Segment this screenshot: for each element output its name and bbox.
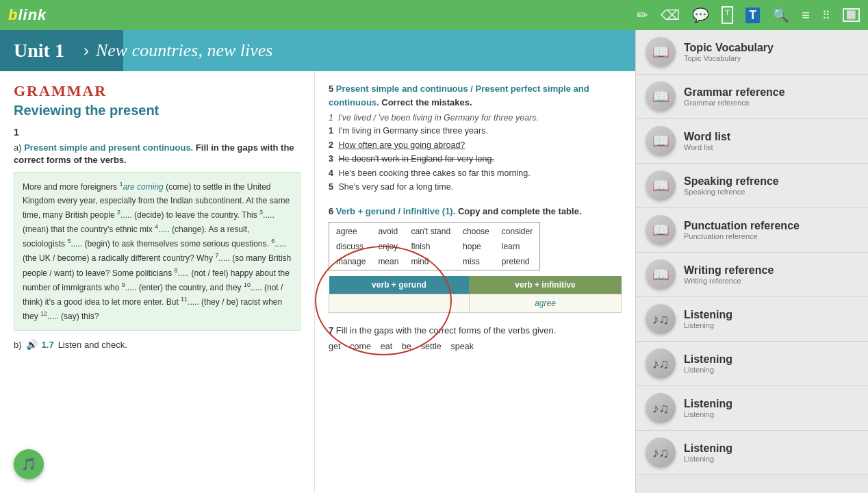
pencil-icon[interactable]: ✏ <box>637 7 648 23</box>
sentence-4: 4 He's been cooking three cakes so far t… <box>329 168 622 180</box>
sidebar-punctuation-reference-text: Punctuation reference Punctuation refere… <box>684 220 800 240</box>
unit-title: New countries, new lives <box>96 40 273 61</box>
sidebar-sub-label: Listening <box>684 410 732 418</box>
sidebar-item-listening-4[interactable]: ♪♫ Listening Listening <box>636 431 868 475</box>
menu-icon[interactable]: ≡ <box>802 8 810 23</box>
sidebar-listening-2-text: Listening Listening <box>684 353 732 374</box>
sentence-1: 1 I'm living in Germany since three year… <box>329 125 622 138</box>
float-music-button[interactable]: 🎵 <box>14 449 44 479</box>
exercise-5-example: 1 I've lived / 've been living in German… <box>329 113 622 123</box>
sentence-3: 3 He doesn't work in England for very lo… <box>329 153 622 166</box>
sidebar-word-list-text: Word list Word list <box>684 131 730 151</box>
page-content: Grammar Reviewing the present 1 a) Prese… <box>0 71 635 493</box>
writing-reference-icon: 📖 <box>646 260 676 290</box>
sidebar-main-label: Listening <box>684 398 732 410</box>
main-content: Unit 1 › New countries, new lives Gramma… <box>0 30 868 493</box>
exercise-1-number: 1 <box>14 127 301 138</box>
speaker-icon[interactable]: 🔊 <box>26 339 38 350</box>
search-icon[interactable]: 🔍 <box>772 7 789 23</box>
reviewing-heading: Reviewing the present <box>14 103 301 118</box>
toolbar-icons: ✏ ⌫ 💬 ᵀ T 🔍 ≡ ⠿ ⬜ <box>637 6 860 24</box>
sidebar-item-writing-reference[interactable]: 📖 Writing reference Writing reference <box>636 253 868 297</box>
text-outline-icon[interactable]: ᵀ <box>722 6 733 24</box>
sidebar-sub-label: Grammar reference <box>684 99 785 107</box>
eraser-icon[interactable]: ⌫ <box>661 7 680 23</box>
exercise-7-header: 7 Fill in the gaps with the correct form… <box>329 324 622 338</box>
sidebar-main-label: Grammar reference <box>684 86 785 99</box>
sidebar-topic-vocabulary-text: Topic Vocabulary Topic Vocabulary <box>684 42 774 62</box>
sidebar-sub-label: Punctuation reference <box>684 232 800 240</box>
sidebar-item-listening-1[interactable]: ♪♫ Listening Listening <box>636 297 868 342</box>
sentence-2: 2 How often are you going abroad? <box>329 140 622 152</box>
exercise-1a-text: More and more foreigners 1are coming (co… <box>14 172 301 331</box>
exercise-7-words: get come eat be settle speak <box>329 342 622 351</box>
right-column: 5 Present simple and continuous / Presen… <box>315 71 635 493</box>
exercise-1b-label: b) 🔊 1.7 Listen and check. <box>14 339 301 350</box>
exercise-1a-label: a) Present simple and present continuous… <box>14 142 301 166</box>
sidebar-item-word-list[interactable]: 📖 Word list Word list <box>636 119 868 164</box>
unit-header: Unit 1 › New countries, new lives <box>0 30 635 71</box>
infinitive-header: verb + infinitive <box>469 276 621 294</box>
gerund-header: verb + gerund <box>329 276 470 294</box>
topic-vocabulary-icon: 📖 <box>646 37 676 67</box>
sidebar-item-listening-2[interactable]: ♪♫ Listening Listening <box>636 342 868 386</box>
listening-2-icon: ♪♫ <box>646 349 676 379</box>
exercise-6-header: 6 Verb + gerund / infinitive (1). Copy a… <box>329 205 622 218</box>
sidebar-listening-1-text: Listening Listening <box>684 309 732 329</box>
word-list-table: agreeavoidcan't standchooseconsider disc… <box>329 222 540 270</box>
infinitive-cell: agree <box>469 294 621 313</box>
sidebar-writing-reference-text: Writing reference Writing reference <box>684 264 774 285</box>
music-note-icon: 🎵 <box>21 457 36 472</box>
unit-label: Unit 1 <box>14 40 74 62</box>
exercise-6: 6 Verb + gerund / infinitive (1). Copy a… <box>329 205 622 314</box>
sidebar-main-label: Speaking refrence <box>684 175 779 188</box>
exercise-5-header: 5 Present simple and continuous / Presen… <box>329 82 622 109</box>
sidebar-main-label: Writing reference <box>684 264 774 277</box>
sentence-5: 5 She's very sad for a long time. <box>329 181 622 194</box>
listening-4-icon: ♪♫ <box>646 438 676 468</box>
sidebar-main-label: Listening <box>684 442 732 455</box>
speaking-reference-icon: 📖 <box>646 170 676 201</box>
listening-3-icon: ♪♫ <box>646 393 676 423</box>
sidebar-sub-label: Word list <box>684 143 730 151</box>
sidebar-sub-label: Listening <box>684 321 732 329</box>
sidebar-item-grammar-reference[interactable]: 📖 Grammar reference Grammar reference <box>636 75 868 119</box>
grammar-heading: Grammar <box>14 82 301 100</box>
exercise-7: 7 Fill in the gaps with the correct form… <box>329 324 622 351</box>
grid-icon[interactable]: ⠿ <box>822 9 830 22</box>
sidebar-item-punctuation-reference[interactable]: 📖 Punctuation reference Punctuation refe… <box>636 208 868 253</box>
sidebar-main-label: Word list <box>684 131 730 143</box>
sidebar-main-label: Listening <box>684 353 732 366</box>
sidebar-listening-4-text: Listening Listening <box>684 442 732 463</box>
word-list-icon: 📖 <box>646 126 676 156</box>
gerund-cell <box>329 294 470 313</box>
sidebar-main-label: Listening <box>684 309 732 321</box>
sidebar-sub-label: Writing reference <box>684 277 774 285</box>
sidebar-sub-label: Listening <box>684 455 732 463</box>
sidebar-sub-label: Listening <box>684 366 732 374</box>
listening-1-icon: ♪♫ <box>646 304 676 334</box>
left-column: Grammar Reviewing the present 1 a) Prese… <box>0 71 315 493</box>
grammar-reference-icon: 📖 <box>646 81 676 112</box>
sidebar-main-label: Topic Vocabulary <box>684 42 774 54</box>
comment-icon[interactable]: 💬 <box>692 7 709 23</box>
punctuation-reference-icon: 📖 <box>646 215 676 245</box>
app-logo[interactable]: blink <box>8 6 47 24</box>
sidebar-item-topic-vocabulary[interactable]: 📖 Topic Vocabulary Topic Vocabulary <box>636 30 868 75</box>
topbar: blink ✏ ⌫ 💬 ᵀ T 🔍 ≡ ⠿ ⬜ <box>0 0 868 30</box>
exercise-1: 1 a) Present simple and present continuo… <box>14 127 301 350</box>
sidebar-listening-3-text: Listening Listening <box>684 398 732 418</box>
sidebar: 📖 Topic Vocabulary Topic Vocabulary 📖 Gr… <box>635 30 868 493</box>
exercise-5: 5 Present simple and continuous / Presen… <box>329 82 622 194</box>
sidebar-grammar-reference-text: Grammar reference Grammar reference <box>684 86 785 107</box>
content-area: Unit 1 › New countries, new lives Gramma… <box>0 30 635 493</box>
fullscreen-icon[interactable]: ⬜ <box>843 8 860 22</box>
sidebar-speaking-reference-text: Speaking refrence Speaking refrence <box>684 175 779 196</box>
text-filled-icon[interactable]: T <box>745 8 760 23</box>
sidebar-item-speaking-reference[interactable]: 📖 Speaking refrence Speaking refrence <box>636 164 868 208</box>
exercise-5-sentences: 1 I'm living in Germany since three year… <box>329 125 622 194</box>
verb-table: verb + gerund verb + infinitive agree <box>329 276 622 313</box>
sidebar-sub-label: Speaking refrence <box>684 188 779 196</box>
sidebar-main-label: Punctuation reference <box>684 220 800 232</box>
sidebar-item-listening-3[interactable]: ♪♫ Listening Listening <box>636 386 868 431</box>
